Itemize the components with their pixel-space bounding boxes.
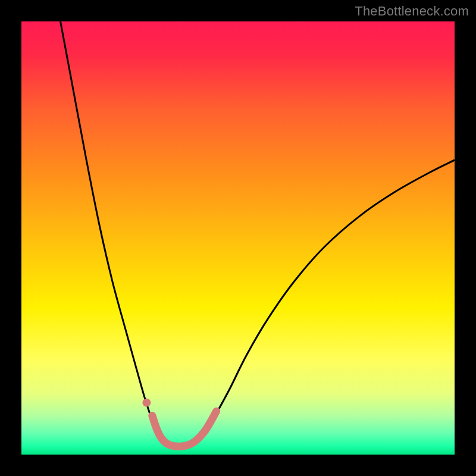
chart-svg bbox=[21, 21, 455, 455]
marker-highlight-dot bbox=[142, 399, 151, 407]
chart-frame: TheBottleneck.com bbox=[0, 0, 476, 476]
gradient-background bbox=[21, 21, 455, 455]
plot-area bbox=[21, 21, 455, 455]
watermark-text: TheBottleneck.com bbox=[355, 4, 469, 19]
